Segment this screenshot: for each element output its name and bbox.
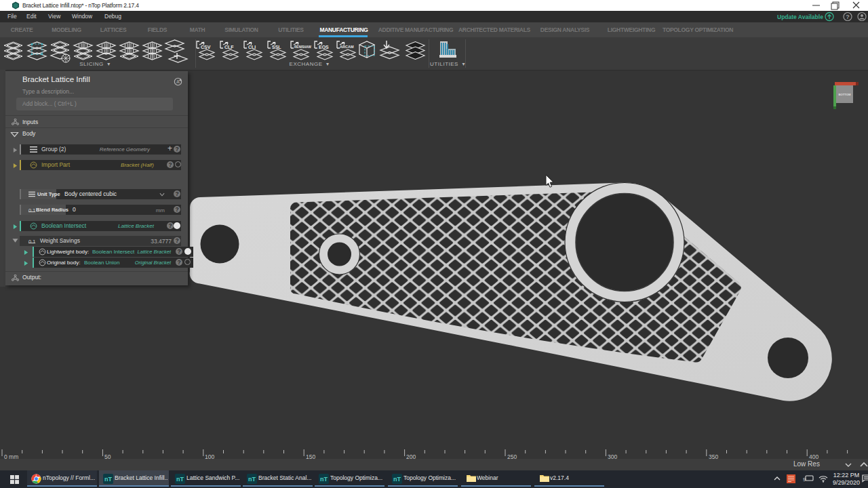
svg-text:SSL: SSL [272, 45, 281, 49]
svg-text:EOS: EOS [319, 45, 329, 49]
svg-text:A: A [176, 79, 180, 84]
svg-text:9: 9 [803, 476, 806, 483]
svg-text:CSV: CSV [201, 45, 211, 49]
svg-text:nT: nT [104, 476, 112, 483]
svg-text:nT: nT [248, 476, 256, 483]
svg-text:nT: nT [393, 476, 401, 483]
svg-text:nT: nT [176, 476, 184, 483]
svg-text:CLI: CLI [248, 45, 256, 49]
svg-text:RENISHAW: RENISHAW [294, 45, 311, 49]
svg-text:nT: nT [320, 476, 328, 483]
svg-text:BOTTOM: BOTTOM [838, 93, 851, 96]
svg-text:?: ? [846, 14, 850, 20]
svg-text:ARCAM: ARCAM [340, 45, 354, 49]
svg-text:CLF: CLF [224, 45, 234, 49]
